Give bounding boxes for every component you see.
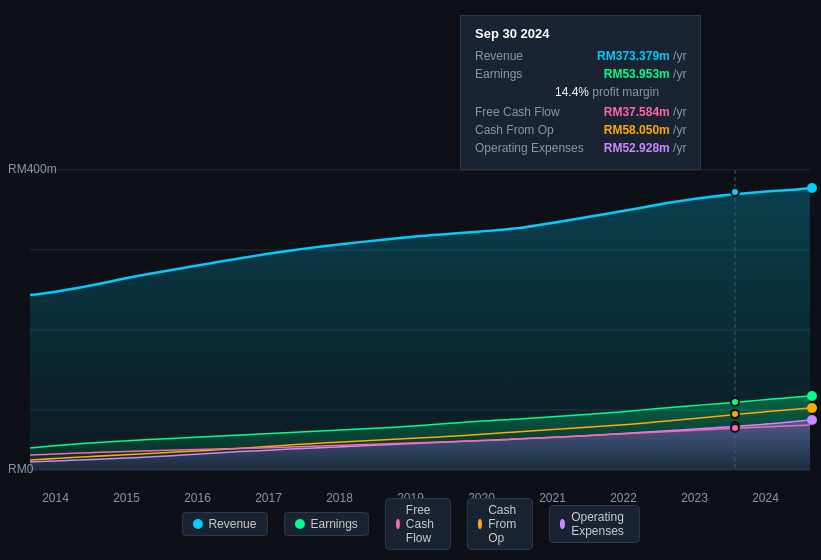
- chart-container: RM400m RM0 2014 2015 2016 2017 2018 2019…: [0, 0, 821, 560]
- legend-dot-cashfromop: [478, 519, 482, 529]
- x-label-2014: 2014: [42, 491, 69, 505]
- svg-point-11: [731, 424, 739, 432]
- tooltip-row-cashfromop: Cash From Op RM58.050m /yr: [475, 123, 686, 137]
- tooltip-row-margin: 14.4% profit margin: [555, 85, 686, 99]
- legend-dot-opexp: [560, 519, 565, 529]
- svg-point-12: [807, 183, 817, 193]
- legend-fcf[interactable]: Free Cash Flow: [385, 498, 451, 550]
- y-label-400m: RM400m: [8, 162, 57, 176]
- legend-earnings[interactable]: Earnings: [283, 512, 368, 536]
- legend-label-fcf: Free Cash Flow: [406, 503, 440, 545]
- svg-point-13: [807, 391, 817, 401]
- legend-cashfromop[interactable]: Cash From Op: [467, 498, 533, 550]
- tooltip-value-opexp: RM52.928m /yr: [604, 141, 687, 155]
- tooltip-row-opexp: Operating Expenses RM52.928m /yr: [475, 141, 686, 155]
- x-label-2023: 2023: [681, 491, 708, 505]
- legend-label-revenue: Revenue: [208, 517, 256, 531]
- tooltip-row-earnings: Earnings RM53.953m /yr: [475, 67, 686, 81]
- legend-label-cashfromop: Cash From Op: [488, 503, 522, 545]
- tooltip-row-revenue: Revenue RM373.379m /yr: [475, 49, 686, 63]
- svg-point-10: [731, 410, 739, 418]
- tooltip-label-fcf: Free Cash Flow: [475, 105, 560, 119]
- tooltip-row-fcf: Free Cash Flow RM37.584m /yr: [475, 105, 686, 119]
- svg-point-8: [731, 398, 739, 406]
- chart-tooltip: Sep 30 2024 Revenue RM373.379m /yr Earni…: [460, 15, 701, 170]
- svg-point-15: [807, 415, 817, 425]
- legend-dot-fcf: [396, 519, 400, 529]
- tooltip-value-fcf: RM37.584m /yr: [604, 105, 687, 119]
- x-label-2024: 2024: [752, 491, 779, 505]
- legend-opexp[interactable]: Operating Expenses: [549, 505, 640, 543]
- tooltip-value-cashfromop: RM58.050m /yr: [604, 123, 687, 137]
- legend-revenue[interactable]: Revenue: [181, 512, 267, 536]
- x-label-2015: 2015: [113, 491, 140, 505]
- tooltip-label-earnings: Earnings: [475, 67, 522, 81]
- svg-point-7: [731, 188, 739, 196]
- tooltip-title: Sep 30 2024: [475, 26, 686, 41]
- legend-dot-revenue: [192, 519, 202, 529]
- tooltip-label-cashfromop: Cash From Op: [475, 123, 554, 137]
- legend-label-earnings: Earnings: [310, 517, 357, 531]
- tooltip-label-opexp: Operating Expenses: [475, 141, 584, 155]
- legend-label-opexp: Operating Expenses: [571, 510, 628, 538]
- y-label-0m: RM0: [8, 462, 33, 476]
- svg-point-14: [807, 403, 817, 413]
- tooltip-label-revenue: Revenue: [475, 49, 523, 63]
- legend-dot-earnings: [294, 519, 304, 529]
- tooltip-value-revenue: RM373.379m /yr: [597, 49, 686, 63]
- tooltip-value-earnings: RM53.953m /yr: [604, 67, 687, 81]
- chart-legend: Revenue Earnings Free Cash Flow Cash Fro…: [181, 498, 639, 550]
- tooltip-margin-value: 14.4% profit margin: [555, 85, 659, 99]
